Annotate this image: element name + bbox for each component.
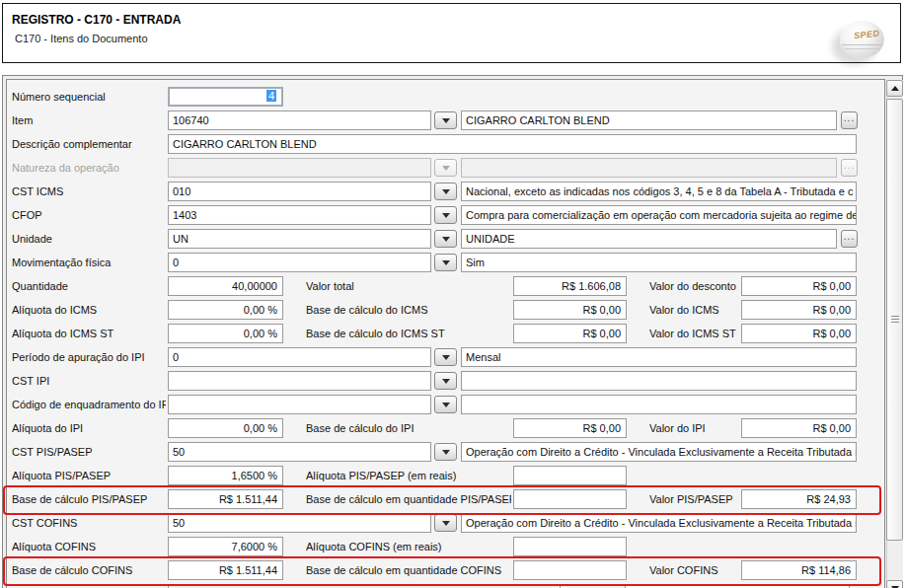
partial-input-left[interactable] [168,584,561,588]
scroll-up-button[interactable] [886,80,903,97]
aliquota-pis-pasep-label: Alíquota PIS/PASEP [12,466,166,485]
scrollbar-grip-icon [891,316,899,324]
cst-cofins-dropdown-button[interactable] [434,514,457,532]
base-de-calculo-do-icms-st-label: Base de cálculo do ICMS ST [306,324,511,343]
partial-input-right[interactable] [625,584,850,588]
chevron-down-icon [442,379,450,384]
cst-cofins-input[interactable]: 50 [168,513,431,533]
cst-ipi-dropdown-button[interactable] [434,372,457,390]
page-title: REGISTRO - C170 - ENTRADA [12,13,181,27]
form-row-item: Item106740CIGARRO CARLTON BLEND... [0,110,905,134]
movimentacao-fisica-dropdown-button[interactable] [434,254,457,271]
cst-pis-pasep-label: CST PIS/PASEP [12,442,166,462]
aliquota-pis-pasep-input[interactable]: 1,6500 % [168,466,283,485]
chevron-down-icon [442,521,450,526]
item-dropdown-button[interactable] [434,111,457,129]
movimentacao-fisica-input[interactable]: 0 [168,253,431,272]
cst-icms-dropdown-button[interactable] [434,183,457,200]
natureza-da-operacao-description[interactable] [461,158,837,178]
valor-do-ipi-input[interactable]: R$ 0,00 [741,418,857,438]
form-row-quantidade: Quantidade40,00000Valor totalR$ 1.606,08… [0,276,905,300]
chevron-down-icon [442,118,450,123]
aliquota-cofins-em-reais-input[interactable] [513,537,627,556]
base-de-calculo-em-quantidade-pis-pasep-label: Base de cálculo em quantidade PIS/PASEP [306,489,511,509]
cst-pis-pasep-input[interactable]: 50 [168,442,431,462]
cfop-dropdown-button[interactable] [434,206,457,224]
unidade-input[interactable]: UN [168,229,431,249]
base-de-calculo-pis-pasep-input[interactable]: R$ 1.511,44 [168,489,283,509]
item-lookup-button[interactable]: ... [841,111,858,129]
natureza-da-operacao-input[interactable] [168,158,431,178]
item-description[interactable]: CIGARRO CARLTON BLEND [461,110,837,130]
unidade-description[interactable]: UNIDADE [461,229,837,249]
periodo-de-apuracao-do-ipi-description[interactable]: Mensal [461,347,857,367]
chevron-down-icon [442,355,450,360]
page-subtitle: C170 - Itens do Documento [15,33,148,44]
valor-pis-pasep-input[interactable]: R$ 24,93 [741,489,857,509]
valor-do-desconto-input[interactable]: R$ 0,00 [741,276,857,296]
form-row-aliquota-cofins: Alíquota COFINS7,6000 %Alíquota COFINS (… [0,537,905,560]
chevron-down-icon [442,260,450,265]
numero-sequencial-input[interactable]: 4 [168,87,283,107]
cfop-label: CFOP [12,205,166,225]
codigo-de-enquadramento-do-ipi-description[interactable] [461,395,857,414]
numero-sequencial-label: Número sequencial [12,87,166,107]
periodo-de-apuracao-do-ipi-label: Período de apuração do IPI [12,347,166,367]
cst-ipi-input[interactable] [168,371,431,391]
base-de-calculo-do-icms-st-input[interactable]: R$ 0,00 [513,324,627,343]
valor-pis-pasep-label: Valor PIS/PASEP [649,489,740,509]
chevron-down-icon [442,213,450,218]
aliquota-do-ipi-input[interactable]: 0,00 % [168,418,283,438]
item-input[interactable]: 106740 [168,110,431,130]
form-row-cfop: CFOP1403Compra para comercialização em o… [0,205,905,229]
valor-do-icms-st-input[interactable]: R$ 0,00 [741,324,857,343]
cst-pis-pasep-dropdown-button[interactable] [434,443,457,461]
cst-ipi-description[interactable] [461,371,857,391]
base-de-calculo-cofins-label: Base de cálculo COFINS [12,560,166,580]
form-row-cst-cofins: CST COFINS50Operação com Direito a Crédi… [0,513,905,537]
valor-do-icms-input[interactable]: R$ 0,00 [741,300,857,320]
base-de-calculo-em-quantidade-cofins-input[interactable] [513,560,627,580]
scroll-down-button[interactable] [886,580,903,588]
base-de-calculo-cofins-input[interactable]: R$ 1.511,44 [168,560,283,580]
descricao-complementar-input[interactable]: CIGARRO CARLTON BLEND [168,134,857,154]
base-de-calculo-do-ipi-input[interactable]: R$ 0,00 [513,418,627,438]
valor-total-input[interactable]: R$ 1.606,08 [513,276,627,296]
vertical-scrollbar-thumb[interactable] [886,99,903,541]
base-de-calculo-do-icms-label: Base de cálculo do ICMS [306,300,511,320]
valor-cofins-input[interactable]: R$ 114,86 [741,560,857,580]
aliquota-pis-pasep-em-reais-input[interactable] [513,466,627,485]
periodo-de-apuracao-do-ipi-input[interactable]: 0 [168,347,431,367]
codigo-de-enquadramento-do-ipi-dropdown-button[interactable] [434,396,457,413]
cst-ipi-label: CST IPI [12,371,166,391]
form-row-cst-icms: CST ICMS010Nacional, exceto as indicadas… [0,182,905,205]
form-row-aliquota-pis-pasep: Alíquota PIS/PASEP1,6500 %Alíquota PIS/P… [0,466,905,489]
cst-pis-pasep-description[interactable]: Operação com Direito a Crédito - Vincula… [461,442,857,462]
aliquota-do-icms-st-input[interactable]: 0,00 % [168,324,283,343]
form-row-numero-sequencial: Número sequencial4 [0,87,905,110]
chevron-down-icon [442,237,450,242]
cst-icms-description[interactable]: Nacional, exceto as indicadas nos código… [461,182,857,201]
quantidade-input[interactable]: 40,00000 [168,276,283,296]
unidade-lookup-button[interactable]: ... [841,230,858,248]
periodo-de-apuracao-do-ipi-dropdown-button[interactable] [434,348,457,366]
base-de-calculo-em-quantidade-pis-pasep-input[interactable] [513,489,627,509]
natureza-da-operacao-lookup-button: ... [841,159,858,177]
movimentacao-fisica-description[interactable]: Sim [461,253,857,272]
codigo-de-enquadramento-do-ipi-input[interactable] [168,395,431,414]
aliquota-cofins-input[interactable]: 7,6000 % [168,537,283,556]
valor-do-ipi-label: Valor do IPI [649,418,740,438]
base-de-calculo-do-icms-input[interactable]: R$ 0,00 [513,300,627,320]
cst-cofins-label: CST COFINS [12,513,166,533]
cfop-description[interactable]: Compra para comercialização em operação … [461,205,857,225]
aliquota-do-icms-input[interactable]: 0,00 % [168,300,283,320]
cfop-input[interactable]: 1403 [168,205,431,225]
form-row-base-de-calculo-pis-pasep: Base de cálculo PIS/PASEPR$ 1.511,44Base… [0,489,905,513]
cst-cofins-description[interactable]: Operação com Direito a Crédito - Vincula… [461,513,857,533]
descricao-complementar-label: Descrição complementar [12,134,166,154]
natureza-da-operacao-dropdown-button [434,159,457,177]
unidade-dropdown-button[interactable] [434,230,457,248]
cst-icms-input[interactable]: 010 [168,182,431,201]
cst-icms-label: CST ICMS [12,182,166,201]
aliquota-cofins-label: Alíquota COFINS [12,537,166,556]
